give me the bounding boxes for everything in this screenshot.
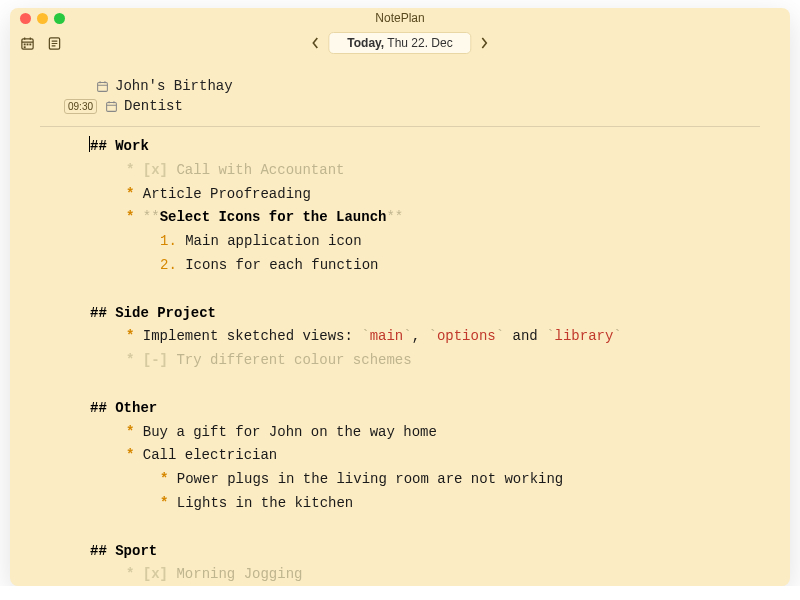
task-done: * [x] Morning Jogging [108,563,760,586]
task-open: * Call electrician [108,444,760,468]
event-row: John's Birthay [40,76,760,96]
zoom-window-button[interactable] [54,13,65,24]
chevron-right-icon[interactable] [480,36,490,50]
ol-item: 1. Main application icon [108,230,760,254]
app-title: NotePlan [20,11,780,25]
task-cancelled: * [-] Try different colour schemes [108,349,760,373]
subtask: * Lights in the kitchen [108,492,760,516]
event-time-badge: 09:30 [64,99,97,114]
svg-rect-5 [27,43,29,45]
date-prefix: Today, [347,36,384,50]
svg-rect-16 [107,102,117,111]
calendar-icon[interactable] [20,36,35,51]
svg-rect-12 [98,82,108,91]
toolbar: Today, Thu 22. Dec [10,28,790,58]
task-open: * Article Proofreading [108,183,760,207]
event-text: Dentist [124,98,183,114]
event-calendar-icon [96,80,109,93]
window-controls [20,13,65,24]
task-bold: * **Select Icons for the Launch** [108,206,760,230]
section-heading-other: ## Other [90,397,760,421]
task-done: * [x] Call with Accountant [108,159,760,183]
content-scroll[interactable]: John's Birthay 09:30 Dentist ## Work * [… [10,58,790,586]
titlebar: NotePlan [10,8,790,28]
close-window-button[interactable] [20,13,31,24]
date-rest: Thu 22. Dec [384,36,452,50]
blank-line [108,373,760,397]
toolbar-left [20,36,62,51]
event-calendar-icon [105,100,118,113]
section-heading-work: ## Work [90,135,760,159]
ol-item: 2. Icons for each function [108,254,760,278]
chevron-left-icon[interactable] [310,36,320,50]
svg-rect-4 [24,43,26,45]
note-editor[interactable]: ## Work * [x] Call with Accountant * Art… [40,135,760,586]
note-icon[interactable] [47,36,62,51]
divider [40,126,760,127]
task-code: * Implement sketched views: `main`, `opt… [108,325,760,349]
date-display[interactable]: Today, Thu 22. Dec [328,32,471,54]
date-navigator: Today, Thu 22. Dec [310,32,489,54]
task-open: * Buy a gift for John on the way home [108,421,760,445]
app-window: NotePlan Today, Thu 22. Dec [10,8,790,586]
section-heading-sport: ## Sport [90,540,760,564]
minimize-window-button[interactable] [37,13,48,24]
event-text: John's Birthay [115,78,233,94]
subtask: * Power plugs in the living room are not… [108,468,760,492]
blank-line [108,516,760,540]
event-row: 09:30 Dentist [40,96,760,116]
section-heading-side: ## Side Project [90,302,760,326]
svg-rect-6 [29,43,31,45]
svg-rect-7 [24,46,26,48]
blank-line [108,278,760,302]
